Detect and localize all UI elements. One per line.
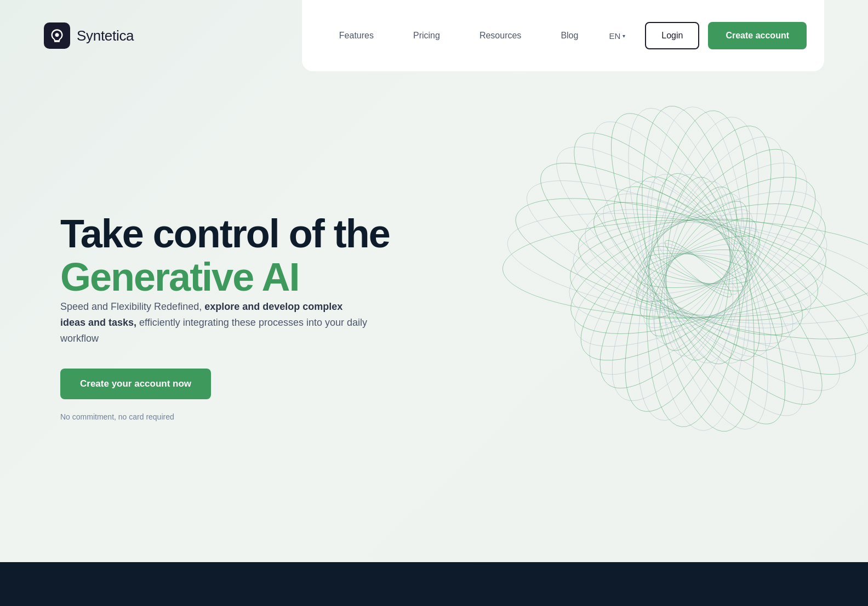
svg-point-12 <box>633 106 763 432</box>
hero-title-line1: Take control of the <box>60 212 390 256</box>
svg-point-11 <box>644 105 753 432</box>
svg-point-27 <box>581 168 814 370</box>
svg-point-38 <box>632 189 764 349</box>
svg-point-18 <box>556 146 840 391</box>
login-button[interactable]: Login <box>645 22 699 49</box>
svg-point-17 <box>561 134 836 404</box>
svg-point-15 <box>581 115 815 423</box>
hero-title: Take control of the Generative AI <box>60 212 390 299</box>
svg-point-21 <box>559 194 837 344</box>
chevron-down-icon: ▾ <box>623 33 625 39</box>
language-selector[interactable]: EN ▾ <box>598 0 636 71</box>
nav-features[interactable]: Features <box>319 0 393 71</box>
create-account-button[interactable]: Create account <box>708 22 807 49</box>
no-commitment-text: No commitment, no card required <box>60 412 390 421</box>
svg-point-8 <box>579 93 817 444</box>
subtitle-regular: Speed and Flexibility Redefined, <box>60 301 202 312</box>
brand-name: Syntetica <box>77 27 134 44</box>
svg-point-14 <box>596 109 801 428</box>
lang-label: EN <box>609 31 620 41</box>
footer-bar <box>0 562 868 606</box>
nav-links-container: Features Pricing Resources Blog EN ▾ Log… <box>302 0 824 71</box>
nav-resources[interactable]: Resources <box>460 0 541 71</box>
hero-content: Take control of the Generative AI Speed … <box>60 212 390 421</box>
logo-svg <box>49 28 65 43</box>
nav-blog[interactable]: Blog <box>541 0 598 71</box>
svg-point-7 <box>561 97 836 440</box>
svg-point-30 <box>613 160 783 377</box>
cta-button[interactable]: Create your account now <box>60 369 211 399</box>
svg-point-36 <box>644 178 752 359</box>
svg-point-5 <box>529 115 867 422</box>
spiral-decoration: .spiral-line { fill: none; stroke-width:… <box>484 55 868 483</box>
svg-point-1 <box>501 194 868 344</box>
svg-point-23 <box>570 214 826 324</box>
svg-point-37 <box>637 183 759 355</box>
hero-title-line2: Generative AI <box>60 255 299 299</box>
cta-group: Create your account now No commitment, n… <box>60 369 390 421</box>
svg-point-46 <box>642 248 754 290</box>
logo[interactable]: Syntetica <box>44 22 134 49</box>
logo-icon <box>44 22 70 49</box>
svg-point-13 <box>613 106 783 432</box>
navbar: Syntetica Features Pricing Resources Blo… <box>0 0 868 71</box>
nav-pricing[interactable]: Pricing <box>393 0 460 71</box>
hero-subtitle: Speed and Flexibility Redefined, explore… <box>60 299 367 346</box>
svg-point-4 <box>517 130 868 407</box>
